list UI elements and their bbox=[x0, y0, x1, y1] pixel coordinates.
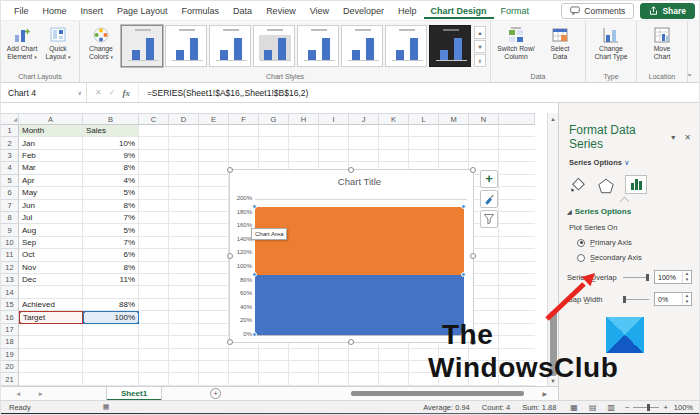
zoom-out-icon[interactable]: − bbox=[625, 403, 629, 412]
cell-E5[interactable] bbox=[199, 175, 229, 187]
row-header-11[interactable]: 11 bbox=[1, 249, 19, 261]
cell-H3[interactable] bbox=[289, 150, 319, 162]
new-sheet-button[interactable]: + bbox=[210, 388, 221, 399]
cell-B14[interactable] bbox=[83, 286, 139, 298]
share-button[interactable]: Share bbox=[640, 3, 695, 19]
cell-B21[interactable] bbox=[83, 373, 139, 385]
cell-C5[interactable] bbox=[139, 175, 169, 187]
cell-B4[interactable]: 8% bbox=[83, 162, 139, 174]
cancel-icon[interactable]: ✕ bbox=[95, 88, 102, 97]
cell-E14[interactable] bbox=[199, 286, 229, 298]
cell-E15[interactable] bbox=[199, 299, 229, 311]
row-header-13[interactable]: 13 bbox=[1, 274, 19, 286]
gallery-more-button[interactable]: ⇟ bbox=[474, 54, 486, 67]
change-chart-type-button[interactable]: Change Chart Type bbox=[590, 24, 632, 60]
row-header-10[interactable]: 10 bbox=[1, 237, 19, 249]
cell-C3[interactable] bbox=[139, 150, 169, 162]
cell-C11[interactable] bbox=[139, 249, 169, 261]
column-header-N[interactable]: N bbox=[469, 113, 499, 125]
cell-F21[interactable] bbox=[229, 373, 259, 385]
cell-D13[interactable] bbox=[169, 274, 199, 286]
cell-E13[interactable] bbox=[199, 274, 229, 286]
cell-E17[interactable] bbox=[199, 324, 229, 336]
series-options-section-header[interactable]: ◢Series Options bbox=[567, 207, 700, 216]
cell-A6[interactable]: May bbox=[19, 187, 83, 199]
chart-style-thumbnail-3[interactable] bbox=[209, 25, 251, 67]
vertical-scrollbar[interactable]: ▲ ▼ bbox=[547, 113, 558, 386]
cell-H21[interactable] bbox=[289, 373, 319, 385]
cell-D12[interactable] bbox=[169, 262, 199, 274]
cell-L3[interactable] bbox=[409, 150, 439, 162]
comments-button[interactable]: Comments bbox=[561, 3, 634, 19]
cell-N1[interactable] bbox=[469, 125, 499, 137]
cell-K19[interactable] bbox=[379, 349, 409, 361]
column-header-A[interactable]: A bbox=[19, 113, 83, 125]
cell-K3[interactable] bbox=[379, 150, 409, 162]
cell-G21[interactable] bbox=[259, 373, 289, 385]
series-selection-handle[interactable] bbox=[461, 272, 466, 277]
cell-D17[interactable] bbox=[169, 324, 199, 336]
primary-axis-radio[interactable]: P̲rimary Axis bbox=[577, 238, 700, 247]
chart-style-thumbnail-5[interactable] bbox=[297, 25, 339, 67]
series-achieved-bar[interactable] bbox=[255, 275, 464, 335]
cell-A1[interactable]: Month bbox=[19, 125, 83, 137]
cell-A15[interactable]: Achieved bbox=[19, 299, 83, 311]
sheet-nav-right-icon[interactable]: ► bbox=[37, 390, 43, 397]
cell-E20[interactable] bbox=[199, 361, 229, 373]
cell-D7[interactable] bbox=[169, 200, 199, 212]
row-header-12[interactable]: 12 bbox=[1, 262, 19, 274]
cell-E12[interactable] bbox=[199, 262, 229, 274]
spinner[interactable]: ▲▼ bbox=[682, 293, 691, 305]
cell-G1[interactable] bbox=[259, 125, 289, 137]
series-options-tab-icon[interactable] bbox=[625, 175, 647, 194]
cell-A13[interactable]: Dec bbox=[19, 274, 83, 286]
cell-C20[interactable] bbox=[139, 361, 169, 373]
column-header-E[interactable]: E bbox=[199, 113, 229, 125]
cell-I3[interactable] bbox=[319, 150, 349, 162]
row-header-16[interactable]: 16 bbox=[1, 311, 19, 323]
cell-C13[interactable] bbox=[139, 274, 169, 286]
row-header-5[interactable]: 5 bbox=[1, 175, 19, 187]
cell-C8[interactable] bbox=[139, 212, 169, 224]
horizontal-scroll-thumb[interactable] bbox=[351, 391, 524, 396]
cell-G2[interactable] bbox=[259, 137, 289, 149]
cell-D9[interactable] bbox=[169, 224, 199, 236]
chart-style-thumbnail-7[interactable] bbox=[385, 25, 427, 67]
row-header-4[interactable]: 4 bbox=[1, 162, 19, 174]
cell-B6[interactable]: 5% bbox=[83, 187, 139, 199]
cell-A8[interactable]: Jul bbox=[19, 212, 83, 224]
cell-H1[interactable] bbox=[289, 125, 319, 137]
cell-B1[interactable]: Sales bbox=[83, 125, 139, 137]
row-header-6[interactable]: 6 bbox=[1, 187, 19, 199]
chart-resize-handle[interactable] bbox=[227, 339, 233, 345]
cell-B2[interactable]: 10% bbox=[83, 137, 139, 149]
cell-I20[interactable] bbox=[319, 361, 349, 373]
chart-elements-plus-button[interactable]: + bbox=[480, 170, 498, 188]
chart-resize-handle[interactable] bbox=[470, 253, 476, 259]
column-header-J[interactable]: J bbox=[349, 113, 379, 125]
cell-B11[interactable]: 6% bbox=[83, 249, 139, 261]
chart-resize-handle[interactable] bbox=[227, 167, 233, 173]
cell-E7[interactable] bbox=[199, 200, 229, 212]
zoom-in-icon[interactable]: + bbox=[663, 403, 667, 412]
column-header-I[interactable]: I bbox=[319, 113, 349, 125]
cell-C21[interactable] bbox=[139, 373, 169, 385]
cell-C10[interactable] bbox=[139, 237, 169, 249]
cell-B17[interactable] bbox=[83, 324, 139, 336]
cell-B10[interactable]: 7% bbox=[83, 237, 139, 249]
row-header-19[interactable]: 19 bbox=[1, 349, 19, 361]
secondary-axis-radio[interactable]: S̲econdary Axis bbox=[577, 253, 700, 262]
menu-tab-developer[interactable]: Developer bbox=[336, 2, 391, 19]
cell-C18[interactable] bbox=[139, 336, 169, 348]
cell-E2[interactable] bbox=[199, 137, 229, 149]
cell-A2[interactable]: Jan bbox=[19, 137, 83, 149]
cell-E10[interactable] bbox=[199, 237, 229, 249]
column-header-D[interactable]: D bbox=[169, 113, 199, 125]
row-header-2[interactable]: 2 bbox=[1, 137, 19, 149]
cell-J2[interactable] bbox=[349, 137, 379, 149]
cell-C7[interactable] bbox=[139, 200, 169, 212]
menu-tab-chart-design[interactable]: Chart Design bbox=[424, 2, 494, 19]
cell-J20[interactable] bbox=[349, 361, 379, 373]
chart-resize-handle[interactable] bbox=[348, 339, 354, 345]
chart-resize-handle[interactable] bbox=[348, 167, 354, 173]
